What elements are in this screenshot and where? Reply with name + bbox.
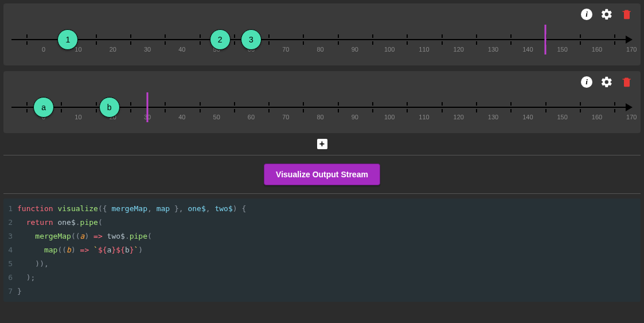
tick [407, 34, 408, 45]
code-line: 1function visualize({ mergeMap, map }, o… [3, 202, 641, 216]
tick-label: 100 [384, 46, 395, 53]
timeline-panel: i010203040506070809010011012013014015016… [3, 71, 641, 133]
info-icon[interactable]: i [581, 9, 592, 20]
marble[interactable]: b [99, 97, 120, 118]
code-line: 5 )), [3, 257, 641, 271]
tick-label: 90 [352, 114, 358, 120]
visualize-button[interactable]: Visualize Output Stream [264, 164, 380, 185]
tick [442, 34, 443, 45]
tick [580, 34, 581, 45]
tick [372, 34, 373, 45]
tick-label: 100 [384, 114, 395, 120]
tick [26, 102, 28, 112]
tick [510, 102, 512, 112]
tick-label: 10 [75, 46, 81, 53]
tick-label: 90 [352, 46, 358, 53]
marble[interactable]: 2 [210, 29, 231, 50]
code-content: map((b) => `${a}${b}`) [17, 243, 143, 257]
tick [545, 102, 547, 112]
timeline-axis[interactable]: 0102030405060708090100110120130140150160… [11, 21, 633, 55]
tick [303, 102, 304, 112]
gear-icon[interactable] [600, 8, 613, 21]
tick-label: 10 [75, 114, 81, 120]
gear-icon[interactable] [600, 76, 613, 88]
timeline-toolbar: i [581, 8, 633, 21]
marble-label: b [107, 103, 112, 112]
tick-label: 60 [248, 114, 255, 120]
code-content: return one$.pipe( [17, 216, 103, 229]
arrowhead-icon [626, 103, 633, 111]
code-content: ); [17, 271, 35, 285]
code-content: } [17, 285, 22, 298]
tick [614, 34, 615, 45]
line-number: 5 [3, 257, 17, 271]
tick-label: 160 [592, 114, 602, 120]
tick [130, 102, 131, 112]
add-timeline-button[interactable]: + [317, 139, 327, 149]
tick-label: 130 [488, 46, 498, 53]
code-line: 2 return one$.pipe( [3, 216, 641, 229]
tick [234, 34, 235, 45]
arrowhead-icon [626, 36, 633, 44]
timeline-axis[interactable]: 0102030405060708090100110120130140150160… [11, 88, 633, 123]
tick-label: 170 [626, 114, 637, 120]
tick [165, 34, 166, 45]
tick-label: 70 [282, 114, 289, 120]
code-content: )), [17, 257, 49, 271]
tick [268, 102, 270, 112]
tick [96, 34, 97, 45]
tick-label: 140 [522, 46, 533, 53]
tick [61, 102, 62, 112]
marble-label: 3 [249, 35, 253, 44]
tick-label: 150 [557, 46, 567, 53]
tick-label: 20 [110, 46, 116, 53]
tick [268, 34, 270, 45]
tick [614, 102, 615, 112]
info-glyph: i [586, 10, 588, 19]
tick-label: 0 [42, 46, 45, 53]
tick-label: 110 [419, 114, 429, 120]
marble-label: 2 [218, 35, 223, 44]
tick [476, 34, 477, 45]
marble[interactable]: a [33, 97, 54, 118]
line-number: 2 [3, 216, 17, 229]
complete-marker[interactable] [147, 92, 149, 122]
tick [442, 102, 443, 112]
tick [510, 34, 512, 45]
tick-label: 120 [454, 114, 464, 120]
line-number: 7 [3, 285, 17, 298]
tick [200, 102, 201, 112]
tick-label: 170 [626, 46, 637, 53]
complete-marker[interactable] [544, 25, 546, 55]
trash-icon[interactable] [621, 8, 633, 21]
marble[interactable]: 1 [57, 29, 78, 50]
tick-label: 30 [144, 46, 151, 53]
code-content: function visualize({ mergeMap, map }, on… [17, 202, 246, 216]
timeline-toolbar: i [581, 76, 633, 88]
code-line: 3 mergeMap((a) => two$.pipe( [3, 229, 641, 243]
tick [476, 102, 477, 112]
divider [3, 155, 641, 155]
tick [338, 102, 339, 112]
tick [580, 102, 581, 112]
tick-label: 40 [178, 114, 185, 120]
info-glyph: i [586, 77, 588, 87]
tick-label: 110 [419, 46, 429, 53]
tick-label: 140 [522, 114, 533, 120]
tick [130, 34, 131, 45]
tick-label: 40 [178, 46, 185, 53]
code-editor[interactable]: 1function visualize({ mergeMap, map }, o… [3, 199, 641, 302]
code-line: 7} [3, 285, 641, 298]
tick [234, 102, 235, 112]
marble-label: 1 [65, 35, 70, 44]
info-icon[interactable]: i [581, 76, 592, 88]
line-number: 4 [3, 243, 17, 257]
code-line: 6 ); [3, 271, 641, 285]
tick [165, 102, 166, 112]
code-line: 4 map((b) => `${a}${b}`) [3, 243, 641, 257]
tick-label: 120 [454, 46, 464, 53]
tick [338, 34, 339, 45]
marble[interactable]: 3 [241, 29, 261, 50]
timeline-panel: i010203040506070809010011012013014015016… [3, 3, 641, 65]
trash-icon[interactable] [621, 76, 633, 88]
